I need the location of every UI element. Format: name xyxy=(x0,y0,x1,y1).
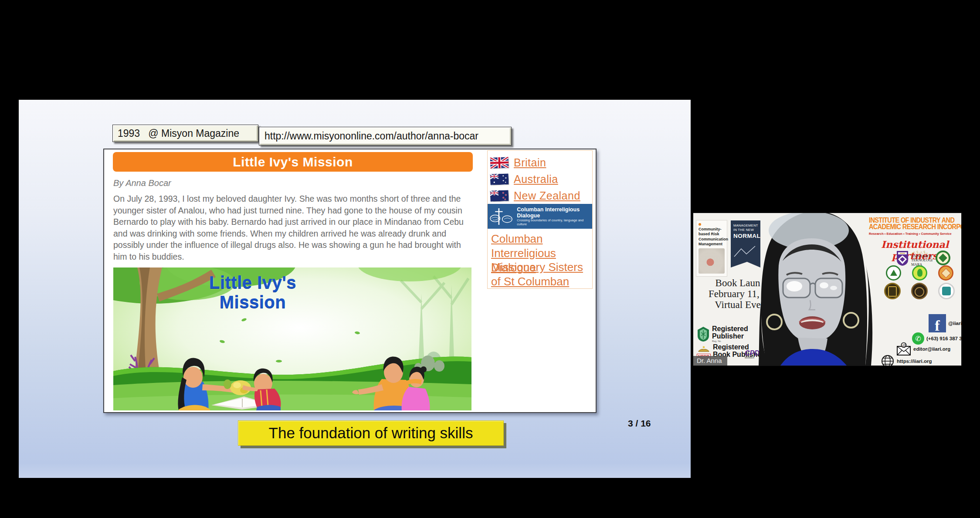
slide-caption-banner: The foundation of writing skills xyxy=(238,420,504,446)
link-britain[interactable]: Britain xyxy=(514,156,546,169)
speaker-video-tile[interactable]: Community-based Risk Communication Manag… xyxy=(693,213,962,366)
columban-logo-icon xyxy=(488,206,517,227)
slide-page-number: 3 / 16 xyxy=(628,418,651,429)
mouth xyxy=(799,316,825,329)
article-byline: By Anna Bocar xyxy=(113,178,171,188)
flag-australia-icon xyxy=(490,173,509,185)
article-title: Little Ivy's Mission xyxy=(233,155,353,169)
slide-caption-text: The foundation of writing skills xyxy=(269,424,473,441)
article-paragraph: On July 28, 1993, I lost my beloved daug… xyxy=(113,193,475,262)
country-row-australia: Australia xyxy=(490,172,558,186)
presentation-slide: 1993 @ Misyon Magazine http://www.misyon… xyxy=(19,100,691,478)
url-box[interactable]: http://www.misyononline.com/author/anna-… xyxy=(259,127,512,146)
story-illustration: Little Ivy's Mission xyxy=(113,267,471,410)
flag-new-zealand-icon xyxy=(490,190,509,201)
year-source-box: 1993 @ Misyon Magazine xyxy=(112,125,258,142)
speaker-person xyxy=(693,213,961,366)
columban-banner: Columban Interreligious Dialogue Crossin… xyxy=(488,204,592,229)
link-australia[interactable]: Australia xyxy=(514,173,558,186)
columban-banner-subtitle: Crossing boundaries of country, language… xyxy=(517,219,592,226)
columban-banner-title: Columban Interreligious Dialogue xyxy=(517,207,592,219)
participant-name-label: Dr. Anna xyxy=(693,356,727,366)
webpage-sidebar: Britain Australia xyxy=(487,150,593,289)
flag-britain-icon xyxy=(490,157,509,168)
link-new-zealand[interactable]: New Zealand xyxy=(514,190,580,202)
illustration-title: Little Ivy's Mission xyxy=(179,273,327,312)
columban-banner-text: Columban Interreligious Dialogue Crossin… xyxy=(517,207,592,227)
webpage-screenshot: Little Ivy's Mission By Anna Bocar On Ju… xyxy=(103,149,597,413)
article-title-bar: Little Ivy's Mission xyxy=(113,152,473,172)
country-row-britain: Britain xyxy=(490,155,546,170)
country-row-new-zealand: New Zealand xyxy=(490,188,580,203)
year-source-label: 1993 @ Misyon Magazine xyxy=(118,128,239,139)
url-text: http://www.misyononline.com/author/anna-… xyxy=(264,130,478,142)
link-missionary-sisters[interactable]: Missionary Sisters of St Columban xyxy=(491,260,590,289)
